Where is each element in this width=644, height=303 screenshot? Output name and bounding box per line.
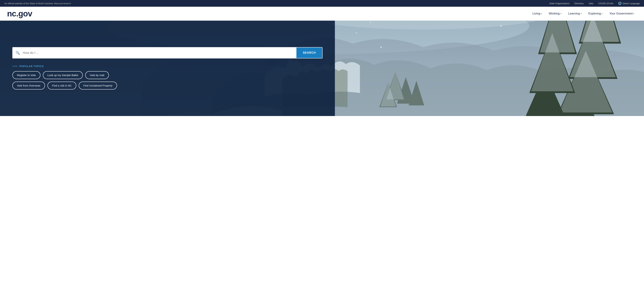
search-button[interactable]: SEARCH — [296, 48, 322, 58]
svg-point-42 — [380, 47, 382, 48]
nav-item-living[interactable]: Living ▾ — [530, 11, 544, 17]
search-container: 🔍 SEARCH — [12, 47, 322, 59]
svg-point-28 — [370, 22, 371, 23]
topic-register-to-vote[interactable]: Register to Vote — [12, 71, 40, 79]
topic-find-job[interactable]: Find a Job in NC — [48, 82, 76, 90]
chevron-down-icon: ▾ — [560, 13, 562, 15]
nav-item-learning[interactable]: Learning ▾ — [566, 11, 584, 17]
main-navigation: nc.gov Living ▾ Working ▾ Learning ▾ Exp… — [0, 7, 644, 21]
hero-section: 🔍 SEARCH POPULAR TOPICS Register to Vote… — [0, 21, 644, 116]
how-you-know-link[interactable]: How you know ▾ — [54, 2, 71, 5]
topic-unclaimed-property[interactable]: Find Unclaimed Property — [79, 82, 117, 90]
site-logo[interactable]: nc.gov — [7, 9, 32, 18]
top-nav-links: State Organizations Directory Jobs COVID… — [549, 2, 640, 5]
topic-vote-by-mail[interactable]: Vote by mail — [85, 71, 109, 79]
search-input[interactable] — [23, 48, 296, 58]
topic-vote-overseas[interactable]: Vote from Overseas — [12, 82, 45, 90]
covid-info-link[interactable]: COVID-19 Info — [598, 2, 613, 5]
chevron-down-icon: ▾ — [581, 13, 582, 15]
chevron-down-icon: ▾ — [70, 2, 71, 5]
nav-item-working[interactable]: Working ▾ — [546, 11, 564, 17]
language-label: Select Language — [622, 2, 640, 5]
official-text: An official website of the State of Nort… — [4, 2, 53, 5]
language-selector[interactable]: 🌐 Select Language — [618, 2, 640, 5]
directory-link[interactable]: Directory — [574, 2, 584, 5]
topic-row-2: Vote from Overseas Find a Job in NC Find… — [12, 82, 322, 90]
svg-point-41 — [356, 33, 357, 34]
top-bar: An official website of the State of Nort… — [0, 0, 644, 7]
topic-row-1: Register to Vote Look up my Sample Ballo… — [12, 71, 322, 79]
globe-icon: 🌐 — [618, 2, 622, 5]
nav-links: Living ▾ Working ▾ Learning ▾ Exploring … — [530, 11, 637, 17]
jobs-link[interactable]: Jobs — [588, 2, 593, 5]
topic-buttons: Register to Vote Look up my Sample Ballo… — [12, 71, 322, 90]
search-icon: 🔍 — [13, 51, 23, 55]
topic-sample-ballot[interactable]: Look up my Sample Ballot — [43, 71, 83, 79]
hero-panel: 🔍 SEARCH POPULAR TOPICS Register to Vote… — [0, 21, 335, 116]
official-notice: An official website of the State of Nort… — [4, 2, 71, 5]
popular-topics-label: POPULAR TOPICS — [12, 65, 322, 68]
nav-item-exploring[interactable]: Exploring ▾ — [586, 11, 605, 17]
state-organizations-link[interactable]: State Organizations — [549, 2, 569, 5]
chevron-down-icon: ▾ — [634, 13, 634, 15]
nav-item-your-government[interactable]: Your Government ▾ — [607, 11, 637, 17]
chevron-down-icon: ▾ — [541, 13, 542, 15]
chevron-down-icon: ▾ — [602, 13, 602, 15]
svg-point-35 — [500, 25, 502, 27]
